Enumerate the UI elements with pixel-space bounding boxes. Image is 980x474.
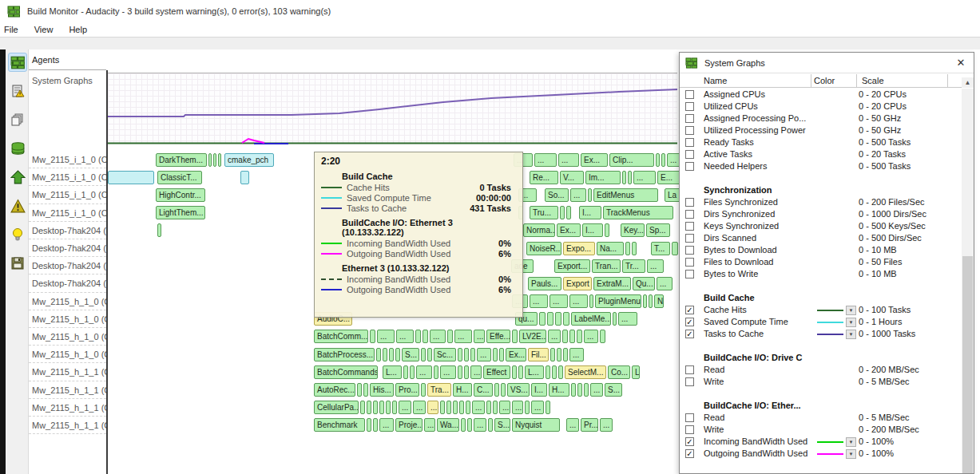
task-bar[interactable]: ... bbox=[427, 401, 438, 414]
task-bar[interactable]: ClassicT... bbox=[157, 171, 202, 184]
task-bar-small[interactable] bbox=[367, 418, 371, 432]
agent-row-label[interactable]: Mw_2115_h_1_0 (C bbox=[29, 293, 106, 310]
task-bar[interactable]: Tran... bbox=[592, 259, 621, 273]
output-copies-icon[interactable] bbox=[8, 110, 27, 129]
task-bar[interactable]: ... bbox=[590, 383, 603, 397]
task-bar-small[interactable] bbox=[525, 401, 530, 414]
task-bar-small[interactable] bbox=[501, 383, 506, 397]
panel-scrollbar[interactable]: ▲ bbox=[962, 89, 974, 473]
task-bar-small[interactable] bbox=[461, 418, 466, 432]
task-bar-small[interactable] bbox=[357, 383, 362, 397]
task-bar[interactable]: ... bbox=[416, 365, 432, 379]
task-bar-small[interactable] bbox=[458, 348, 462, 361]
series-checkbox[interactable]: ✓ bbox=[685, 306, 694, 314]
agent-row-label[interactable]: Mw_2115_h_1_1 (C bbox=[29, 399, 106, 417]
task-bar-small[interactable] bbox=[403, 365, 408, 379]
task-bar-small[interactable] bbox=[613, 312, 617, 326]
task-bar[interactable]: ... bbox=[430, 330, 446, 343]
task-bar[interactable]: H... bbox=[549, 383, 569, 397]
series-checkbox[interactable] bbox=[685, 413, 694, 422]
agent-row-label[interactable]: Mw_2115_i_1_0 (Co bbox=[29, 151, 106, 168]
series-checkbox[interactable] bbox=[685, 90, 694, 99]
menu-item-file[interactable]: File bbox=[0, 24, 25, 35]
series-checkbox[interactable] bbox=[685, 114, 694, 123]
task-bar-small[interactable] bbox=[447, 330, 453, 343]
task-bar[interactable]: ... bbox=[570, 188, 586, 202]
task-bar-small[interactable] bbox=[392, 401, 397, 414]
task-bar-small[interactable] bbox=[470, 348, 475, 361]
task-bar[interactable]: ... bbox=[477, 348, 491, 361]
task-bar-small[interactable] bbox=[628, 171, 632, 184]
task-bar[interactable]: I... bbox=[582, 223, 603, 237]
task-bar-small[interactable] bbox=[493, 401, 498, 414]
task-bar[interactable]: ... bbox=[530, 294, 548, 308]
task-bar[interactable]: ... bbox=[600, 418, 613, 432]
task-bar[interactable]: Nyquist bbox=[512, 418, 560, 432]
task-bar[interactable]: ... bbox=[472, 401, 485, 414]
series-checkbox[interactable] bbox=[685, 425, 694, 434]
task-bar[interactable]: DarkThem... bbox=[156, 153, 207, 167]
task-bar-small[interactable] bbox=[488, 418, 493, 432]
column-name[interactable]: Name bbox=[704, 76, 727, 85]
color-dropdown-icon[interactable]: ▼ bbox=[846, 318, 856, 327]
task-bar-small[interactable] bbox=[383, 348, 387, 361]
task-bar-small[interactable] bbox=[213, 153, 216, 167]
task-bar[interactable]: ... bbox=[454, 330, 472, 343]
task-bar[interactable]: Pro... bbox=[395, 383, 419, 397]
task-bar[interactable]: L bbox=[632, 365, 640, 379]
menu-item-help[interactable]: Help bbox=[62, 24, 93, 35]
task-bar[interactable]: TrackMenus bbox=[603, 206, 673, 219]
task-bar-small[interactable] bbox=[566, 206, 571, 219]
task-bar[interactable]: Pauls... bbox=[528, 277, 561, 290]
task-bar[interactable]: Sc... bbox=[434, 348, 456, 361]
agent-row-label[interactable]: Mw_2115_h_1_1 (C bbox=[29, 381, 106, 399]
task-bar[interactable]: ... bbox=[440, 365, 456, 379]
task-bar[interactable]: Effe... bbox=[486, 330, 510, 343]
task-bar-small[interactable] bbox=[672, 242, 678, 255]
task-bar-small[interactable] bbox=[577, 330, 582, 343]
task-bar[interactable]: Fil... bbox=[528, 348, 549, 361]
agent-row-label[interactable]: Mw_2115_i_1_0 (Co bbox=[29, 204, 106, 222]
task-bar-small[interactable] bbox=[108, 171, 154, 184]
task-bar[interactable]: ... bbox=[413, 401, 426, 414]
task-bar-small[interactable] bbox=[625, 242, 630, 255]
task-bar[interactable]: LabelMe... bbox=[571, 312, 611, 326]
task-bar-small[interactable] bbox=[563, 312, 569, 326]
series-checkbox[interactable] bbox=[685, 210, 694, 219]
task-bar-small[interactable] bbox=[240, 171, 249, 184]
task-bar-small[interactable] bbox=[453, 401, 458, 414]
task-bar-small[interactable] bbox=[539, 312, 546, 326]
series-checkbox[interactable] bbox=[685, 377, 694, 386]
task-bar-small[interactable] bbox=[632, 242, 637, 255]
task-bar[interactable]: N bbox=[654, 294, 664, 308]
task-bar-small[interactable] bbox=[560, 206, 565, 219]
series-checkbox[interactable]: ✓ bbox=[685, 449, 694, 458]
task-bar[interactable]: Ex... bbox=[557, 223, 581, 237]
task-bar[interactable]: ... bbox=[424, 418, 435, 432]
task-bar[interactable]: BatchProcess... bbox=[314, 348, 375, 361]
task-bar[interactable]: ... bbox=[499, 401, 510, 414]
series-checkbox[interactable] bbox=[685, 246, 694, 255]
task-bar-small[interactable] bbox=[622, 171, 626, 184]
task-bar-small[interactable] bbox=[518, 365, 523, 379]
series-checkbox[interactable]: ✓ bbox=[685, 330, 694, 338]
task-bar-small[interactable] bbox=[569, 330, 575, 343]
agent-row-label[interactable]: Mw_2115_i_1_0 (Co bbox=[29, 186, 106, 203]
task-bar[interactable]: ... bbox=[569, 294, 588, 308]
close-icon[interactable]: ✕ bbox=[953, 55, 969, 71]
task-bar[interactable]: ... bbox=[474, 418, 486, 432]
task-bar[interactable]: L... bbox=[383, 365, 402, 379]
task-bar[interactable]: Tra... bbox=[427, 383, 451, 397]
agent-row-label[interactable]: Mw_2115_h_1_0 (C bbox=[29, 328, 106, 346]
task-bar[interactable]: EditMenus bbox=[593, 188, 658, 202]
warnings-triangle-icon[interactable] bbox=[8, 196, 27, 215]
task-bar-small[interactable] bbox=[423, 330, 428, 343]
task-bar[interactable]: ... bbox=[396, 330, 414, 343]
task-bar[interactable]: I... bbox=[579, 206, 601, 219]
task-bar-small[interactable] bbox=[466, 401, 470, 414]
task-bar[interactable]: ... bbox=[618, 312, 637, 326]
task-bar[interactable]: ... bbox=[550, 294, 568, 308]
task-bar[interactable]: C... bbox=[474, 383, 493, 397]
agent-row-label[interactable]: Desktop-7hak204 (C bbox=[29, 257, 106, 275]
task-bar[interactable]: Na... bbox=[597, 242, 624, 255]
